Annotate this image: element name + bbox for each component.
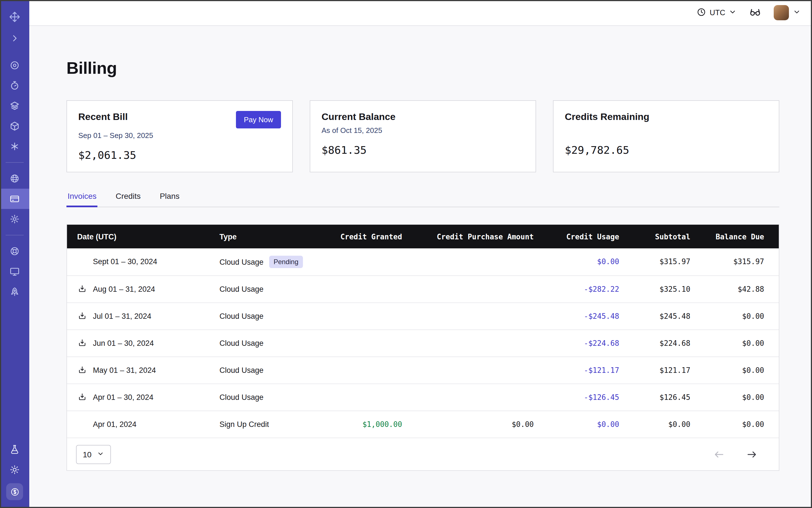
subtotal: $121.17 xyxy=(629,356,700,384)
download-invoice-button[interactable] xyxy=(77,392,87,402)
credit-card-icon xyxy=(9,194,20,204)
download-invoice-button[interactable] xyxy=(77,311,87,321)
gear-icon xyxy=(9,214,20,224)
billing-tabs: Invoices Credits Plans xyxy=(67,187,779,207)
sidebar-item-settings[interactable] xyxy=(0,209,29,229)
pay-now-button[interactable]: Pay Now xyxy=(236,111,281,128)
subtotal: $0.00 xyxy=(629,411,700,437)
invoice-date: May 01 – 31, 2024 xyxy=(93,366,156,374)
invoice-date: Apr 01, 2024 xyxy=(93,420,136,429)
sidebar-item-labs[interactable] xyxy=(0,439,29,460)
download-icon xyxy=(78,311,87,321)
app-window: UTC Billi xyxy=(0,0,812,508)
next-page-button[interactable] xyxy=(746,449,757,460)
download-invoice-button[interactable] xyxy=(77,284,87,294)
clock-icon xyxy=(697,7,707,18)
credit-granted xyxy=(323,248,412,276)
sidebar-item-docs[interactable] xyxy=(0,261,29,282)
balance-due: $0.00 xyxy=(700,384,779,411)
recent-bill-card: Recent Bill Pay Now Sep 01 – Sep 30, 202… xyxy=(67,100,293,172)
sidebar-item-logo[interactable] xyxy=(0,6,29,28)
sidebar-item-getting-started[interactable] xyxy=(0,282,29,302)
glasses-button[interactable] xyxy=(749,5,761,20)
sidebar-item-deployments[interactable] xyxy=(0,116,29,136)
invoice-type: Cloud Usage xyxy=(220,339,263,347)
balance-due: $42.88 xyxy=(700,276,779,302)
download-invoice-button[interactable] xyxy=(77,365,87,375)
timezone-select[interactable]: UTC xyxy=(697,7,737,18)
table-header-row: Date (UTC) Type Credit Granted Credit Pu… xyxy=(67,225,779,248)
credit-granted xyxy=(323,356,412,384)
invoice-row: May 01 – 31, 2024 Cloud Usage -$121.17 $… xyxy=(67,356,779,384)
card-amount: $2,061.35 xyxy=(78,149,281,161)
credit-usage: $0.00 xyxy=(544,248,629,276)
download-icon xyxy=(78,285,87,293)
credit-purchase-amount xyxy=(412,302,544,330)
sidebar-item-usage[interactable] xyxy=(0,168,29,189)
invoice-type: Sign Up Credit xyxy=(220,420,269,429)
timezone-label: UTC xyxy=(710,8,726,17)
arrow-left-icon xyxy=(714,449,725,460)
sidebar-item-namespaces[interactable] xyxy=(0,55,29,76)
tab-plans[interactable]: Plans xyxy=(159,187,180,207)
sidebar-item-stacks[interactable] xyxy=(0,96,29,116)
sidebar-item-theme[interactable] xyxy=(0,460,29,480)
download-invoice-button[interactable] xyxy=(77,338,87,348)
invoice-row: Apr 01, 2024 Sign Up Credit $1,000.00 $0… xyxy=(67,411,779,437)
pagination xyxy=(714,449,770,460)
col-credit-granted: Credit Granted xyxy=(323,225,412,248)
sidebar-item-billing[interactable] xyxy=(0,189,29,209)
main-area: UTC Billi xyxy=(29,0,812,508)
card-subtitle: As of Oct 15, 2025 xyxy=(322,126,524,135)
chevron-down-icon xyxy=(793,8,801,18)
credit-usage: -$245.48 xyxy=(544,302,629,330)
globe-icon xyxy=(9,173,20,183)
previous-page-button[interactable] xyxy=(714,449,725,460)
page-size-select[interactable]: 10 xyxy=(76,444,111,464)
credit-purchase-amount xyxy=(412,356,544,384)
invoices-table: Date (UTC) Type Credit Granted Credit Pu… xyxy=(67,224,779,471)
user-menu[interactable] xyxy=(774,5,801,20)
credit-usage: -$121.17 xyxy=(544,356,629,384)
sidebar-item-currency[interactable] xyxy=(0,480,29,504)
topbar: UTC xyxy=(29,0,812,26)
logo-icon xyxy=(9,11,20,23)
sidebar xyxy=(0,0,29,508)
sidebar-expand-button[interactable] xyxy=(0,28,29,48)
current-balance-card: Current Balance As of Oct 15, 2025 $861.… xyxy=(310,100,536,172)
credit-granted xyxy=(323,330,412,356)
col-date: Date (UTC) xyxy=(67,225,210,248)
subtotal: $315.97 xyxy=(629,248,700,276)
sidebar-item-batch[interactable] xyxy=(0,136,29,157)
invoice-date: Jun 01 – 30, 2024 xyxy=(93,339,154,347)
col-credit-purchase-amount: Credit Purchase Amount xyxy=(412,225,544,248)
credit-purchase-amount xyxy=(412,384,544,411)
summary-cards: Recent Bill Pay Now Sep 01 – Sep 30, 202… xyxy=(67,100,779,172)
col-subtotal: Subtotal xyxy=(629,225,700,248)
balance-due: $0.00 xyxy=(700,356,779,384)
sidebar-item-support[interactable] xyxy=(0,241,29,261)
card-subtitle: Sep 01 – Sep 30, 2025 xyxy=(78,131,281,140)
credit-purchase-amount xyxy=(412,276,544,302)
rocket-icon xyxy=(9,287,20,297)
card-amount: $861.35 xyxy=(322,143,524,156)
card-subtitle xyxy=(565,126,768,135)
credit-granted xyxy=(323,276,412,302)
credit-purchase-amount: $0.00 xyxy=(412,411,544,437)
tab-invoices[interactable]: Invoices xyxy=(67,187,98,207)
invoice-date: Jul 01 – 31, 2024 xyxy=(93,312,151,320)
invoice-date: Sept 01 – 30, 2024 xyxy=(93,258,157,266)
glasses-icon xyxy=(749,5,761,20)
invoice-row: Jun 01 – 30, 2024 Cloud Usage -$224.68 $… xyxy=(67,330,779,356)
invoice-date: Apr 01 – 30, 2024 xyxy=(93,393,154,401)
page-title: Billing xyxy=(67,58,779,78)
card-amount: $29,782.65 xyxy=(565,143,768,156)
balance-due: $0.00 xyxy=(700,302,779,330)
col-credit-usage: Credit Usage xyxy=(544,225,629,248)
invoice-row: Aug 01 – 31, 2024 Cloud Usage -$282.22 $… xyxy=(67,276,779,302)
sidebar-item-schedules[interactable] xyxy=(0,76,29,96)
subtotal: $224.68 xyxy=(629,330,700,356)
credit-purchase-amount xyxy=(412,330,544,356)
tab-credits[interactable]: Credits xyxy=(115,187,142,207)
invoice-type: Cloud Usage xyxy=(220,258,263,266)
